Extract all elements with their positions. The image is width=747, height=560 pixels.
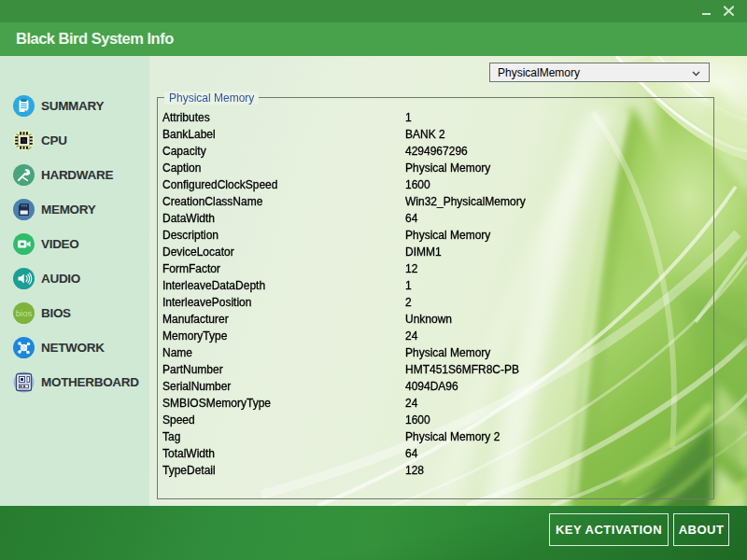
svg-text:bios: bios: [16, 307, 33, 317]
